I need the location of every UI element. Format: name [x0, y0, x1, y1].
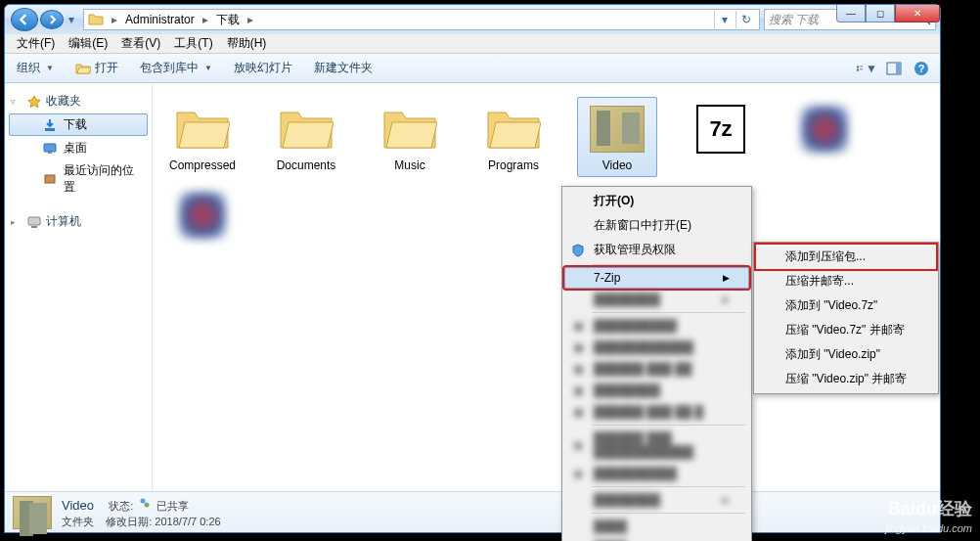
search-placeholder: 搜索 下载: [769, 12, 819, 28]
ctx-blurred-item[interactable]: ▣████████████: [564, 337, 749, 358]
ctx-7zip[interactable]: 7-Zip ▶: [564, 267, 749, 289]
chevron-right-icon[interactable]: ▸: [245, 13, 255, 26]
ctx-blurred-item[interactable]: ▣████████: [564, 380, 749, 401]
status-shared: 已共享: [156, 500, 189, 512]
ctx-blurred-item[interactable]: ▣██████ ███ ██: [564, 358, 749, 380]
context-submenu-7zip: 添加到压缩包... 压缩并邮寄... 添加到 "Video.7z" 压缩 "Vi…: [753, 242, 939, 394]
ctx-open-new-window[interactable]: 在新窗口中打开(E): [564, 213, 749, 238]
sidebar-group-favorites[interactable]: ▿ 收藏夹: [9, 91, 148, 112]
ctx-blurred-item[interactable]: ▣██████████: [564, 315, 749, 337]
context-menu: 打开(O) 在新窗口中打开(E) 获取管理员权限 7-Zip ▶ ███████…: [561, 186, 752, 541]
status-type: 文件夹: [62, 516, 94, 527]
address-dropdown-button[interactable]: ▾: [714, 11, 734, 28]
nav-back-button[interactable]: [11, 8, 38, 31]
include-in-library-button[interactable]: 包含到库中▼: [136, 58, 216, 78]
address-bar[interactable]: ▸ Administrator ▸ 下载 ▸ ▾ ↻: [83, 9, 760, 30]
ctx-7z-compress-email[interactable]: 压缩并邮寄...: [756, 269, 936, 293]
sidebar-item-recent[interactable]: 最近访问的位置: [9, 160, 148, 198]
menu-view[interactable]: 查看(V): [115, 33, 166, 54]
slideshow-button[interactable]: 放映幻灯片: [230, 58, 296, 78]
status-modified: 2018/7/7 0:26: [155, 516, 220, 527]
file-item[interactable]: 7z: [681, 97, 761, 177]
file-item[interactable]: [784, 97, 865, 177]
chevron-right-icon[interactable]: ▸: [110, 13, 119, 26]
open-button[interactable]: 打开: [71, 58, 122, 78]
window-controls: — ◻ ✕: [836, 5, 940, 23]
sidebar-group-computer[interactable]: ▸ 计算机: [9, 211, 148, 232]
ctx-7z-add-zip[interactable]: 添加到 "Video.zip": [756, 342, 936, 367]
expand-icon: ▸: [11, 217, 16, 227]
svg-rect-11: [48, 152, 52, 154]
folder-icon: [382, 105, 437, 155]
svg-rect-2: [860, 66, 863, 67]
svg-rect-13: [28, 217, 40, 225]
breadcrumb-part[interactable]: 下载: [210, 10, 245, 30]
ctx-7z-compress-7z-email[interactable]: 压缩 "Video.7z" 并邮寄: [756, 318, 936, 342]
svg-rect-14: [31, 226, 37, 228]
details-pane: Video 状态: 已共享 文件夹 修改日期: 2018/7/7 0:26: [5, 491, 940, 532]
ctx-blurred-item[interactable]: ▣██████ ███ ██ █: [564, 401, 749, 423]
file-item[interactable]: Music: [370, 97, 450, 177]
ctx-run-as-admin[interactable]: 获取管理员权限: [564, 238, 749, 262]
nav-history-dropdown[interactable]: ▾: [66, 10, 77, 29]
menu-tools[interactable]: 工具(T): [168, 33, 218, 54]
file-item[interactable]: Compressed: [162, 97, 243, 177]
menu-help[interactable]: 帮助(H): [221, 33, 273, 54]
archive-icon: [179, 192, 226, 239]
status-thumbnail: [13, 496, 52, 529]
ctx-blurred-item[interactable]: ◉██████████: [564, 463, 749, 484]
file-item[interactable]: Video: [577, 97, 657, 177]
maximize-button[interactable]: ◻: [866, 5, 895, 23]
status-state-label: 状态:: [109, 500, 133, 512]
shield-icon: [570, 243, 586, 258]
file-label: Music: [394, 158, 424, 172]
file-label: Video: [602, 158, 632, 172]
download-icon: [42, 117, 58, 133]
file-item[interactable]: Documents: [266, 97, 346, 177]
sidebar-item-downloads[interactable]: 下载: [9, 113, 148, 136]
open-folder-icon: [75, 61, 91, 76]
ctx-blurred-item[interactable]: ◉██████ ███ ████████████: [564, 428, 749, 463]
desktop-icon: [42, 141, 58, 157]
ctx-blurred-item[interactable]: ████: [564, 537, 749, 541]
recent-places-icon: [42, 171, 58, 187]
ctx-open[interactable]: 打开(O): [564, 189, 749, 213]
sidebar-item-desktop[interactable]: 桌面: [9, 138, 148, 158]
breadcrumb-part[interactable]: Administrator: [119, 11, 200, 28]
status-modified-label: 修改日期:: [106, 516, 152, 527]
menubar: 文件(F) 编辑(E) 查看(V) 工具(T) 帮助(H): [5, 34, 940, 54]
file-item[interactable]: Programs: [473, 97, 554, 177]
minimize-button[interactable]: —: [836, 5, 866, 23]
ctx-blurred-item[interactable]: ████████▶: [564, 289, 749, 310]
close-button[interactable]: ✕: [895, 5, 940, 23]
status-name: Video: [62, 498, 94, 513]
ctx-blurred-item[interactable]: ████████▶: [564, 489, 749, 511]
ctx-7z-compress-zip-email[interactable]: 压缩 "Video.zip" 并邮寄: [756, 367, 936, 391]
menu-edit[interactable]: 编辑(E): [63, 33, 113, 54]
organize-button[interactable]: 组织▼: [13, 58, 58, 78]
new-folder-button[interactable]: 新建文件夹: [310, 58, 377, 78]
view-options-button[interactable]: ▼: [856, 58, 877, 79]
svg-rect-4: [860, 68, 863, 69]
menu-file[interactable]: 文件(F): [11, 33, 61, 54]
nav-forward-button[interactable]: [40, 10, 64, 29]
computer-icon: [26, 214, 42, 230]
7z-icon: 7z: [696, 105, 745, 154]
svg-rect-9: [45, 128, 55, 131]
archive-icon: [801, 106, 848, 153]
file-item[interactable]: [162, 183, 243, 249]
svg-point-15: [141, 498, 146, 503]
folder-icon: [486, 105, 541, 155]
refresh-button[interactable]: ↻: [735, 11, 755, 28]
file-label: Documents: [277, 158, 336, 172]
svg-point-16: [145, 502, 150, 507]
help-button[interactable]: ?: [911, 58, 932, 79]
chevron-right-icon[interactable]: ▸: [200, 13, 210, 26]
titlebar: ▾ ▸ Administrator ▸ 下载 ▸ ▾ ↻ 搜索 下载: [5, 5, 940, 34]
preview-pane-button[interactable]: [883, 58, 905, 79]
folder-icon: [175, 105, 230, 155]
svg-rect-6: [896, 63, 901, 74]
ctx-blurred-item[interactable]: ████: [564, 516, 749, 537]
ctx-7z-add-archive[interactable]: 添加到压缩包...: [756, 245, 936, 269]
ctx-7z-add-7z[interactable]: 添加到 "Video.7z": [756, 293, 936, 318]
